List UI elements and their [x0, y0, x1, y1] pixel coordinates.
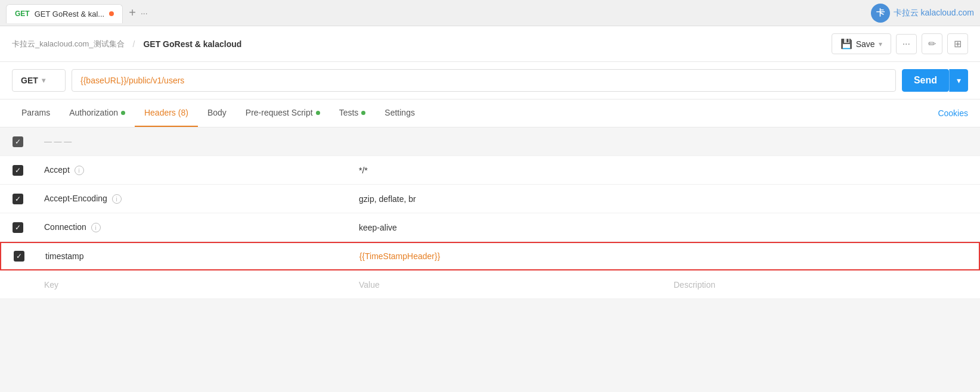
send-button[interactable]: Send: [902, 69, 949, 92]
breadcrumb-collection[interactable]: 卡拉云_kalacloud.com_测试集合: [12, 39, 125, 49]
accept-encoding-key-cell[interactable]: Accept-Encoding i: [36, 188, 351, 210]
connection-checkbox-cell: ✓: [0, 222, 36, 233]
new-desc-cell[interactable]: Description: [665, 274, 980, 295]
save-button[interactable]: 💾 Save ▾: [832, 33, 891, 54]
new-key-placeholder: Key: [44, 280, 58, 290]
breadcrumb-current: GET GoRest & kalacloud: [143, 39, 241, 49]
tab-actions: + ···: [129, 6, 147, 20]
timestamp-key-cell[interactable]: timestamp: [37, 245, 351, 267]
connection-value: keep-alive: [359, 223, 397, 232]
tab-authorization-label: Authorization: [69, 108, 118, 117]
connection-checkbox[interactable]: ✓: [13, 222, 23, 233]
timestamp-value-cell[interactable]: {{TimeStampHeader}}: [351, 245, 665, 267]
header-actions: 💾 Save ▾ ··· ✏ ⊞: [832, 33, 968, 54]
tab-params[interactable]: Params: [12, 99, 60, 127]
accept-checkbox-cell: ✓: [0, 165, 36, 176]
table-row: ✓ Accept i */*: [0, 156, 980, 185]
save-icon: 💾: [841, 38, 852, 49]
more-options-button[interactable]: ···: [896, 34, 917, 54]
accept-key-cell[interactable]: Accept i: [36, 159, 351, 182]
new-value-placeholder: Value: [359, 280, 380, 290]
breadcrumb-separator: /: [133, 39, 135, 49]
collapsed-value-cell: [351, 136, 665, 148]
table-row-timestamp: ✓ timestamp {{TimeStampHeader}}: [0, 242, 980, 270]
accept-encoding-value-cell[interactable]: gzip, deflate, br: [351, 188, 665, 210]
save-label: Save: [856, 39, 875, 49]
tab-unsaved-dot: [109, 11, 114, 16]
method-selector[interactable]: GET ▾: [12, 69, 66, 92]
timestamp-value: {{TimeStampHeader}}: [359, 251, 441, 261]
accept-desc-cell[interactable]: [665, 164, 980, 176]
tab-headers-label: Headers (8): [144, 108, 188, 117]
collapsed-desc-cell: [665, 136, 980, 148]
tests-dot: [361, 111, 365, 115]
accept-checkbox[interactable]: ✓: [13, 165, 23, 176]
save-dropdown-icon: ▾: [879, 40, 882, 48]
layout-button[interactable]: ⊞: [947, 33, 968, 54]
new-key-cell[interactable]: Key: [36, 274, 351, 295]
headers-count: (8): [178, 108, 188, 117]
method-label: GET: [21, 76, 38, 85]
tab-authorization[interactable]: Authorization: [60, 99, 135, 127]
headers-content: ✓ — — — ✓ Accept i */* ✓ Accept-Encoding…: [0, 127, 980, 299]
tab-pre-request-script[interactable]: Pre-request Script: [236, 99, 330, 127]
tab-body-label: Body: [207, 108, 227, 117]
header-bar: 卡拉云_kalacloud.com_测试集合 / GET GoRest & ka…: [0, 26, 980, 62]
authorization-dot: [121, 111, 125, 115]
tab-label: GET GoRest & kal...: [35, 10, 105, 18]
logo: 卡 卡拉云 kalacloud.com: [871, 4, 974, 23]
url-bar: GET ▾ Send ▾: [0, 62, 980, 99]
tab-params-label: Params: [21, 108, 50, 117]
tab-settings[interactable]: Settings: [375, 99, 424, 127]
accept-value-cell[interactable]: */*: [351, 160, 665, 181]
accept-encoding-value: gzip, deflate, br: [359, 194, 416, 204]
tab-headers[interactable]: Headers (8): [135, 99, 198, 127]
edit-button[interactable]: ✏: [922, 33, 942, 54]
connection-desc-cell[interactable]: [665, 222, 980, 234]
url-input[interactable]: [72, 69, 896, 92]
send-group: Send ▾: [902, 69, 968, 92]
collapsed-checkbox[interactable]: ✓: [13, 136, 23, 147]
connection-key-cell[interactable]: Connection i: [36, 216, 351, 239]
table-row: ✓ Accept-Encoding i gzip, deflate, br: [0, 185, 980, 213]
tab-method: GET: [15, 10, 30, 18]
connection-key: Connection: [44, 222, 86, 232]
timestamp-checkbox-cell: ✓: [1, 251, 37, 262]
tab-body[interactable]: Body: [198, 99, 236, 127]
connection-value-cell[interactable]: keep-alive: [351, 217, 665, 238]
logo-text: 卡拉云 kalacloud.com: [894, 8, 974, 18]
tab-more-button[interactable]: ···: [141, 8, 148, 18]
collapsed-checkbox-cell: ✓: [0, 136, 36, 147]
accept-info-icon[interactable]: i: [75, 166, 84, 175]
new-desc-placeholder: Description: [674, 280, 715, 290]
timestamp-key: timestamp: [45, 251, 84, 261]
active-tab[interactable]: GET GET GoRest & kal...: [6, 4, 123, 23]
accept-encoding-key: Accept-Encoding: [44, 194, 107, 203]
table-row: ✓ Connection i keep-alive: [0, 213, 980, 242]
tab-tests[interactable]: Tests: [330, 99, 376, 127]
tab-pre-request-label: Pre-request Script: [246, 108, 313, 117]
cookies-link[interactable]: Cookies: [938, 108, 968, 118]
accept-encoding-desc-cell[interactable]: [665, 193, 980, 205]
logo-icon: 卡: [871, 4, 890, 23]
tabs-bar: Params Authorization Headers (8) Body Pr…: [0, 99, 980, 127]
new-header-row: Key Value Description: [0, 270, 980, 299]
tab-nav: Params Authorization Headers (8) Body Pr…: [12, 99, 424, 127]
method-chevron: ▾: [42, 76, 45, 85]
accept-encoding-info-icon[interactable]: i: [112, 194, 122, 204]
send-dropdown-button[interactable]: ▾: [949, 69, 968, 92]
collapsed-key-cell: — — —: [36, 131, 351, 152]
accept-encoding-checkbox[interactable]: ✓: [13, 194, 23, 204]
new-tab-button[interactable]: +: [129, 6, 136, 20]
accept-value: */*: [359, 166, 368, 175]
accept-encoding-checkbox-cell: ✓: [0, 194, 36, 204]
new-value-cell[interactable]: Value: [351, 274, 665, 295]
timestamp-checkbox[interactable]: ✓: [14, 251, 24, 262]
timestamp-desc-cell[interactable]: [665, 250, 979, 262]
tab-tests-label: Tests: [339, 108, 359, 117]
tab-bar: GET GET GoRest & kal... + ··· 卡 卡拉云 kala…: [0, 0, 980, 26]
pre-request-dot: [316, 111, 320, 115]
send-label: Send: [914, 75, 937, 86]
tab-settings-label: Settings: [384, 108, 415, 117]
connection-info-icon[interactable]: i: [91, 223, 101, 232]
